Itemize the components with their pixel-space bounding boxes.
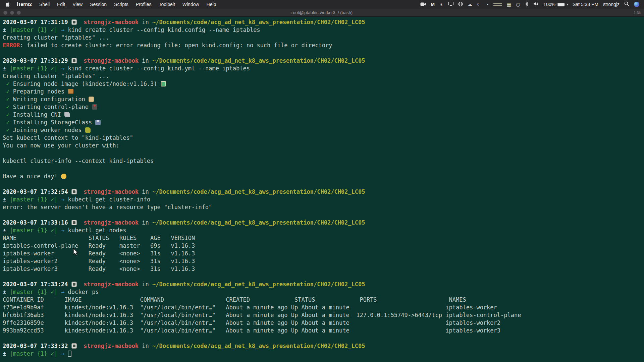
blank-line [3, 335, 641, 342]
check-mark: ✓ [3, 80, 13, 87]
table-header-row: CONTAINER ID IMAGE COMMAND CREATED STATU… [3, 296, 641, 304]
step-text: Starting control-plane [13, 104, 89, 110]
git-status: |master {1} ✓| [10, 227, 58, 234]
output-line: kubectl cluster-info --context kind-ipta… [3, 157, 641, 165]
error-line: ERROR: failed to create cluster: error r… [3, 42, 641, 49]
git-status: |master {1} ✓| [10, 289, 58, 295]
volume-icon[interactable] [533, 2, 539, 7]
globe-icon[interactable] [458, 2, 463, 7]
minimize-button[interactable] [10, 11, 14, 15]
output-line: Have a nice day! [3, 173, 641, 180]
error-detail: : failed to create cluster: error readin… [20, 42, 332, 49]
asterisk-app-icon[interactable]: ∗ [439, 2, 443, 7]
cwd-path: ~/Documents/code/acg_ad_net_k8_aws_prese… [152, 19, 365, 25]
prompt-arrow: → [61, 65, 64, 72]
video-camera-icon[interactable] [420, 2, 426, 7]
blank-line [3, 180, 641, 188]
floppy-disk-emoji [95, 120, 101, 125]
prompt-header: 2020-03-07 17:32:54 strongjz-macbook in … [3, 188, 641, 196]
stopwatch-emoji [71, 189, 77, 194]
kind-step-line: ✓ Joining worker nodes [3, 126, 641, 134]
close-button[interactable] [3, 11, 7, 15]
cloud-icon[interactable]: ☁ [468, 2, 472, 7]
bluetooth-icon[interactable] [525, 2, 529, 7]
nodes-table-row: iptables-worker3 Ready <none> 31s v1.16.… [3, 265, 195, 272]
output-text: kubectl cluster-info --context kind-ipta… [3, 158, 154, 164]
session-badge: 1.3k [634, 11, 641, 15]
stopwatch-emoji [71, 343, 77, 349]
menu-view[interactable]: View [69, 2, 86, 7]
timer-icon[interactable]: ◷ [516, 2, 520, 7]
prompt-header: 2020-03-07 17:33:32 strongjz-macbook in … [3, 342, 641, 350]
battery-percentage: 100% [543, 2, 555, 7]
hostname: strongjz-macbook [84, 57, 139, 64]
menu-bar-username[interactable]: strongjz [603, 2, 620, 7]
menu-scripts[interactable]: Scripts [110, 2, 132, 7]
prompt-command-line: ± |master {1} ✓| → kind create cluster -… [3, 26, 641, 34]
terminal-title-bar: root@iptables-worker3: / (bash) 1.3k [0, 9, 644, 17]
git-status: |master {1} ✓| [10, 350, 58, 357]
cwd-path: ~/Documents/code/acg_ad_net_k8_aws_prese… [152, 343, 365, 349]
menu-app-name[interactable]: iTerm2 [13, 2, 36, 7]
docker-table-row: 9ffe2316859e kindest/node:v1.16.3 "/usr/… [3, 319, 500, 326]
window-title: root@iptables-worker3: / (bash) [0, 10, 644, 15]
menu-profiles[interactable]: Profiles [132, 2, 155, 7]
menu-toolbelt[interactable]: Toolbelt [155, 2, 179, 7]
menu-bar-status-area: M ∗ ☁ ☾ ◔ ▦ ◷ 100% Sat 5:33 PM strongjz [420, 1, 639, 7]
siri-icon[interactable] [634, 2, 639, 7]
kind-step-line: ✓ Preparing nodes [3, 88, 641, 96]
menu-window[interactable]: Window [179, 2, 203, 7]
prompt-arrow: → [61, 26, 64, 33]
prompt-arrow: → [61, 196, 64, 203]
step-text: Installing CNI [13, 111, 61, 118]
gauge-icon[interactable]: ◔ [486, 2, 488, 7]
nodes-table-row: iptables-worker Ready <none> 31s v1.16.3 [3, 250, 195, 257]
moon-icon[interactable]: ☾ [477, 2, 481, 7]
prompt-separator: in [142, 19, 149, 25]
kind-step-line: ✓ Installing StorageClass [3, 119, 641, 126]
spotlight-search-icon[interactable] [624, 1, 629, 7]
display-icon[interactable] [448, 2, 453, 7]
package-emoji [68, 89, 73, 94]
grid-icon[interactable]: ▦ [507, 2, 511, 7]
kind-step-line: ✓ Starting control-plane [3, 103, 641, 111]
terminal[interactable]: 2020-03-07 17:31:19 strongjz-macbook in … [0, 17, 644, 362]
electric-plug-emoji [64, 112, 70, 117]
docker-table-row: bfc6b1f36ab3 kindest/node:v1.16.3 "/usr/… [3, 312, 521, 318]
output-line: Creating cluster "iptables" ... [3, 72, 641, 80]
zoom-button[interactable] [17, 11, 21, 15]
prompt-symbol: ± [3, 65, 6, 72]
battery-indicator[interactable]: 100% [543, 2, 568, 7]
menu-help[interactable]: Help [203, 2, 220, 7]
stopwatch-emoji [71, 220, 77, 225]
macos-menu-bar: iTerm2 Shell Edit View Session Scripts P… [0, 0, 644, 9]
kind-step-line: ✓ Installing CNI [3, 111, 641, 119]
stopwatch-emoji [71, 19, 77, 25]
menu-bar-clock[interactable]: Sat 5:33 PM [573, 2, 598, 7]
timestamp: 2020-03-07 17:31:29 [3, 57, 68, 64]
nodes-table-row: iptables-control-plane Ready master 69s … [3, 242, 195, 249]
prompt-symbol: ± [3, 227, 6, 234]
battery-icon [557, 3, 565, 6]
git-status: |master {1} ✓| [10, 196, 58, 203]
output-text: Creating cluster "iptables" ... [3, 73, 109, 79]
step-text: Installing StorageClass [13, 119, 92, 126]
step-text: Joining worker nodes [13, 127, 82, 133]
timestamp: 2020-03-07 17:32:54 [3, 188, 68, 195]
waving-hand-emoji [61, 174, 66, 179]
hostname: strongjz-macbook [84, 281, 139, 288]
menu-shell[interactable]: Shell [36, 2, 53, 7]
apple-menu[interactable] [5, 2, 13, 7]
output-text: Creating cluster "iptables" ... [3, 34, 109, 41]
hostname: strongjz-macbook [84, 219, 139, 226]
table-row: iptables-worker Ready <none> 31s v1.16.3 [3, 250, 641, 257]
docker-table-header: CONTAINER ID IMAGE COMMAND CREATED STATU… [3, 296, 466, 303]
command-text: kubectl get nodes [68, 227, 126, 234]
stopwatch-emoji [71, 58, 77, 63]
prompt-arrow: → [61, 350, 64, 357]
network-stats-indicator[interactable] [493, 3, 502, 6]
menu-edit[interactable]: Edit [53, 2, 69, 7]
m-app-icon[interactable]: M [431, 2, 435, 7]
menu-session[interactable]: Session [86, 2, 110, 7]
prompt-symbol: ± [3, 26, 6, 33]
